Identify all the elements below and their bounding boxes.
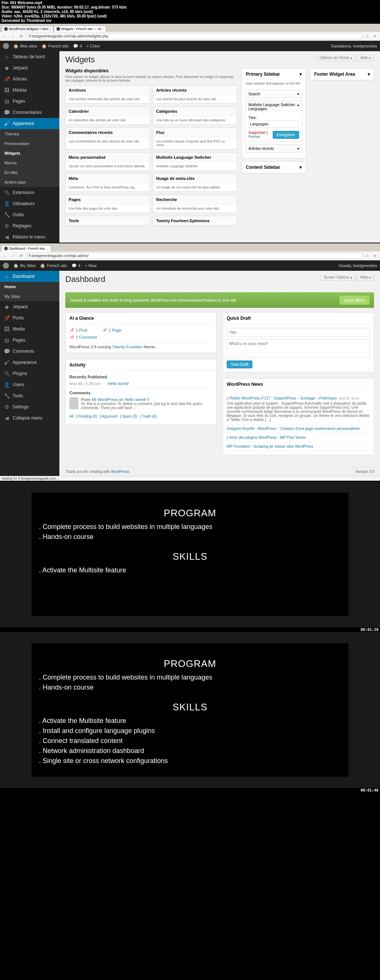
wordpress-logo-icon[interactable] — [3, 262, 9, 269]
page-count-link[interactable]: 1 Page — [102, 328, 121, 333]
menu-settings[interactable]: ⚙Settings — [0, 401, 59, 412]
menu-media[interactable]: 🖼Media — [0, 323, 59, 334]
greeting[interactable]: Howdy, bestgreentea — [339, 263, 377, 268]
news-link[interactable]: L'Hebdo WordPress n°227 : SupportPress –… — [227, 396, 337, 400]
screen-options-tab[interactable]: Screen Options ▾ — [320, 275, 356, 281]
help-tab[interactable]: Help ▾ — [357, 275, 374, 281]
menu-tools[interactable]: 🔧Outils — [0, 209, 59, 220]
browser-tab-active[interactable]: Widgets ‹ French site — W... — [54, 25, 107, 32]
post-count-link[interactable]: 1 Post — [69, 328, 87, 333]
submenu-home[interactable]: Home — [0, 282, 59, 291]
bookmark-icon[interactable]: ☆ — [364, 33, 370, 40]
submenu-menus[interactable]: Menus — [0, 158, 59, 168]
my-sites-link[interactable]: 🏠 Mes sites — [13, 44, 37, 49]
news-link[interactable]: L'écho des plugins WordPress : WP Post S… — [227, 436, 306, 439]
comment-post-link[interactable]: Hello world! # — [125, 397, 150, 402]
comments-count[interactable]: 💬 4 — [72, 263, 80, 268]
save-button[interactable]: Enregistrer — [273, 131, 299, 139]
available-widget[interactable]: CatégoriesUne liste ou un menu déroulant… — [153, 107, 238, 125]
new-link[interactable]: + Créer — [86, 44, 100, 48]
menu-media[interactable]: 🖼Médias — [0, 84, 59, 96]
available-widget[interactable]: MétaConnexion, flux RSS et liens WordPre… — [65, 173, 150, 192]
submenu-widgets[interactable]: Widgets — [0, 148, 59, 158]
menu-appearance[interactable]: 🖌Appearance — [0, 357, 59, 368]
available-widget[interactable]: Menu personnaliséAjouter un menu personn… — [65, 153, 150, 171]
back-icon[interactable]: ← — [2, 253, 8, 259]
browser-tab-active[interactable]: Dashboard ‹ French site ... — [2, 245, 51, 251]
menu-users[interactable]: 👤Users — [0, 379, 59, 390]
menu-extensions[interactable]: 🔌Extensions — [0, 187, 59, 198]
submenu-themes[interactable]: Thèmes — [0, 129, 59, 139]
widget-recent-articles[interactable]: Articles récents▾ — [245, 144, 302, 153]
filter-approved[interactable]: Approved — [102, 414, 118, 418]
menu-tools[interactable]: 🔧Tools — [0, 390, 59, 401]
available-widget[interactable]: CalendrierUn calendrier des articles de … — [65, 107, 150, 125]
menu-pages[interactable]: ▤Pages — [0, 96, 59, 107]
forward-icon[interactable]: → — [10, 253, 16, 259]
postbox-heading[interactable]: At a Glance — [66, 313, 216, 324]
url-input[interactable]: fr.bestgreenteaguide.com/wp-admin/widget… — [26, 33, 362, 39]
browser-tab[interactable]: WordPress Widgets « Wor... — [2, 25, 53, 32]
menu-settings[interactable]: ⚙Réglages — [0, 220, 59, 231]
draft-title-input[interactable] — [227, 328, 370, 337]
theme-link[interactable]: Twenty Fourteen — [112, 345, 142, 349]
save-draft-button[interactable]: Save Draft — [227, 361, 252, 368]
reload-icon[interactable]: ⟳ — [18, 253, 24, 259]
filter-pending[interactable]: Pending (0) — [78, 414, 97, 418]
draft-content-input[interactable] — [227, 339, 370, 358]
postbox-heading[interactable]: WordPress News — [223, 379, 374, 390]
news-link[interactable]: WP Formation : Scraping de masse sites W… — [227, 444, 313, 449]
menu-collapse[interactable]: ◀Réduire le menu — [0, 231, 59, 243]
submenu-personalize[interactable]: Personnaliser — [0, 139, 59, 148]
widget-search[interactable]: Search▾ — [245, 90, 302, 98]
menu-icon[interactable]: ≡ — [372, 253, 378, 259]
reload-icon[interactable]: ⟳ — [18, 33, 24, 40]
filter-all[interactable]: All — [69, 414, 73, 418]
submenu-background[interactable]: Arrière-plan — [0, 177, 59, 187]
menu-jetpack[interactable]: ◆Jetpack — [0, 62, 59, 73]
available-widget[interactable]: FluxLes entrées depuis n'importe quel fl… — [153, 127, 238, 150]
greeting[interactable]: Salutations, bestgreentea — [331, 44, 377, 48]
menu-collapse[interactable]: ◀Collapse menu — [0, 412, 59, 423]
available-widget[interactable]: ArchivesUne archive mensuelle des articl… — [65, 85, 150, 103]
menu-plugins[interactable]: 🔌Plugins — [0, 368, 59, 379]
menu-comments[interactable]: 💬Commentaires — [0, 107, 59, 118]
menu-dashboard[interactable]: ⌂Dashboard — [0, 271, 59, 282]
available-widget[interactable]: Texte — [65, 216, 150, 226]
menu-pages[interactable]: ▤Pages — [0, 334, 59, 346]
menu-comments[interactable]: 💬Comments — [0, 346, 59, 357]
footer-widget-area[interactable]: Footer Widget Area▾ — [310, 68, 374, 81]
menu-articles[interactable]: 📌Articles — [0, 73, 59, 84]
screen-options-tab[interactable]: Options de l'écran ▾ — [316, 55, 356, 61]
available-widget[interactable]: Nuage de mots-clésUn nuage de vos mots-c… — [153, 173, 238, 192]
menu-jetpack[interactable]: ◆Jetpack — [0, 301, 59, 312]
news-link[interactable]: Grégoire Noyelle : WordPress :: Création… — [227, 426, 360, 431]
filter-spam[interactable]: Spam (0) — [122, 414, 137, 418]
back-icon[interactable]: ← — [2, 33, 8, 40]
learn-more-button[interactable]: Learn More — [339, 295, 370, 305]
available-widget[interactable]: PagesUne liste des pages de votre site. — [65, 195, 150, 213]
forward-icon[interactable]: → — [10, 33, 16, 40]
comment-count-link[interactable]: 1 Comment — [69, 335, 97, 340]
available-widget[interactable]: Multisite Language SwitcherMultisite Lan… — [153, 153, 238, 171]
bookmark-icon[interactable]: ☆ — [364, 253, 370, 259]
menu-icon[interactable]: ≡ — [372, 33, 378, 40]
wordpress-link[interactable]: WordPress — [111, 469, 129, 474]
help-tab[interactable]: Aide ▾ — [357, 55, 374, 61]
postbox-heading[interactable]: Activity — [66, 360, 216, 371]
menu-users[interactable]: 👤Utilisateurs — [0, 198, 59, 209]
close-link[interactable]: Fermer — [248, 135, 260, 139]
content-sidebar-area[interactable]: Content Sidebar▾ — [241, 161, 305, 173]
widget-title-input[interactable] — [248, 121, 299, 127]
url-input[interactable]: fr.bestgreenteaguide.com/wp-admin/ — [26, 253, 362, 259]
menu-dashboard[interactable]: ⌂Tableau de bord — [0, 51, 59, 62]
new-link[interactable]: + New — [85, 263, 97, 268]
menu-posts[interactable]: 📌Posts — [0, 312, 59, 323]
site-link[interactable]: 🏠 French site — [40, 263, 67, 268]
submenu-mysites[interactable]: My Sites — [0, 291, 59, 301]
wordpress-logo-icon[interactable] — [3, 43, 9, 49]
comment-author-link[interactable]: Mr WordPress — [92, 397, 118, 402]
submenu-header[interactable]: En-tête — [0, 168, 59, 177]
available-widget[interactable]: Twenty Fourteen Ephemera — [153, 216, 238, 226]
comments-count[interactable]: 💬 4 — [73, 44, 82, 49]
